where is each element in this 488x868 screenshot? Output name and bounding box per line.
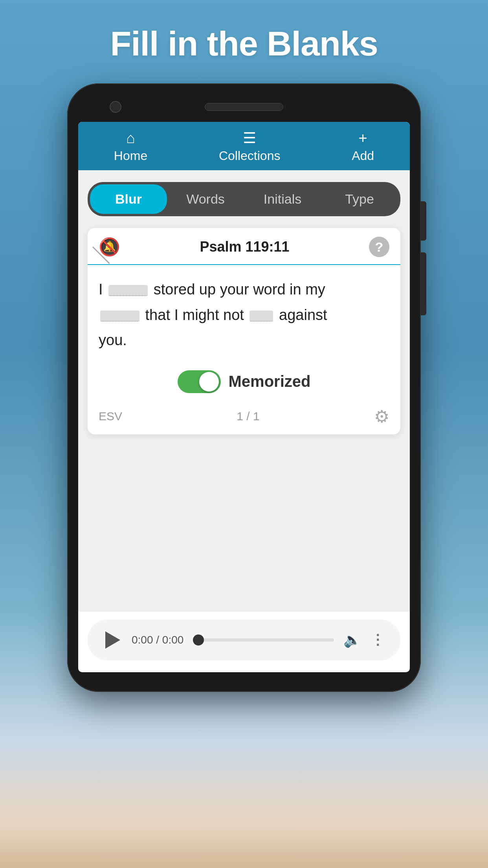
phone-top-bezel	[78, 95, 410, 119]
app-navbar: ⌂ Home ☰ Collections + Add	[78, 122, 410, 170]
home-icon: ⌂	[126, 131, 135, 145]
phone-screen: ⌂ Home ☰ Collections + Add Blur Words In…	[78, 122, 410, 672]
add-icon: +	[359, 131, 367, 145]
nav-add[interactable]: + Add	[352, 131, 374, 163]
memorized-toggle[interactable]	[178, 370, 221, 393]
nav-add-label: Add	[352, 149, 374, 163]
verse-text-end: you.	[99, 332, 127, 348]
nav-home[interactable]: ⌂ Home	[114, 131, 147, 163]
volume-icon[interactable]: 🔈	[343, 632, 361, 648]
time-display: 0:00 / 0:00	[132, 634, 183, 646]
play-button[interactable]	[103, 631, 122, 649]
tab-initials[interactable]: Initials	[244, 184, 321, 214]
play-triangle-icon	[105, 631, 120, 649]
verse-text-part3: against	[279, 307, 327, 323]
blur-blank-3[interactable]	[250, 311, 273, 322]
phone-camera	[110, 101, 121, 113]
collections-icon: ☰	[243, 131, 256, 145]
pagination: 1 / 1	[237, 410, 259, 423]
verse-card-footer: ESV 1 / 1 ⚙	[88, 401, 400, 434]
nav-collections[interactable]: ☰ Collections	[219, 131, 281, 163]
phone-side-button-right	[421, 201, 426, 241]
verse-reference: Psalm 119:11	[200, 239, 289, 255]
phone-side-button-right-2	[421, 252, 426, 315]
nav-home-label: Home	[114, 149, 147, 163]
screen-content: Blur Words Initials Type 🔕 Psalm 119:11 …	[78, 170, 410, 612]
tab-words[interactable]: Words	[167, 184, 244, 214]
blur-blank-2[interactable]	[100, 311, 139, 322]
nav-collections-label: Collections	[219, 149, 281, 163]
toggle-knob	[199, 372, 219, 392]
tab-blur[interactable]: Blur	[90, 184, 167, 214]
page-title: Fill in the Blanks	[110, 24, 378, 64]
audio-player: 0:00 / 0:00 🔈 ⋮	[88, 620, 400, 660]
phone-speaker	[205, 103, 283, 111]
verse-text-i: I	[99, 281, 107, 298]
help-button[interactable]: ?	[369, 237, 389, 257]
translation-label: ESV	[99, 410, 122, 423]
blur-blank-1[interactable]	[108, 285, 148, 296]
verse-text-part2: that I might not	[145, 307, 248, 323]
memorized-row: Memorized	[88, 361, 400, 401]
verse-card-header: 🔕 Psalm 119:11 ?	[88, 228, 400, 265]
settings-icon[interactable]: ⚙	[374, 406, 389, 427]
memorized-label: Memorized	[229, 373, 311, 390]
progress-knob[interactable]	[193, 634, 204, 645]
mode-tabs: Blur Words Initials Type	[88, 182, 400, 216]
tab-type[interactable]: Type	[321, 184, 398, 214]
verse-text-part1: stored up your word in my	[154, 281, 325, 298]
verse-card: 🔕 Psalm 119:11 ? I stored up your word i…	[88, 228, 400, 434]
phone-frame: ⌂ Home ☰ Collections + Add Blur Words In…	[67, 83, 421, 692]
verse-text: I stored up your word in my that I might…	[88, 265, 400, 361]
bell-muted-icon[interactable]: 🔕	[99, 237, 120, 257]
progress-bar[interactable]	[193, 638, 334, 642]
more-options-icon[interactable]: ⋮	[371, 632, 385, 648]
